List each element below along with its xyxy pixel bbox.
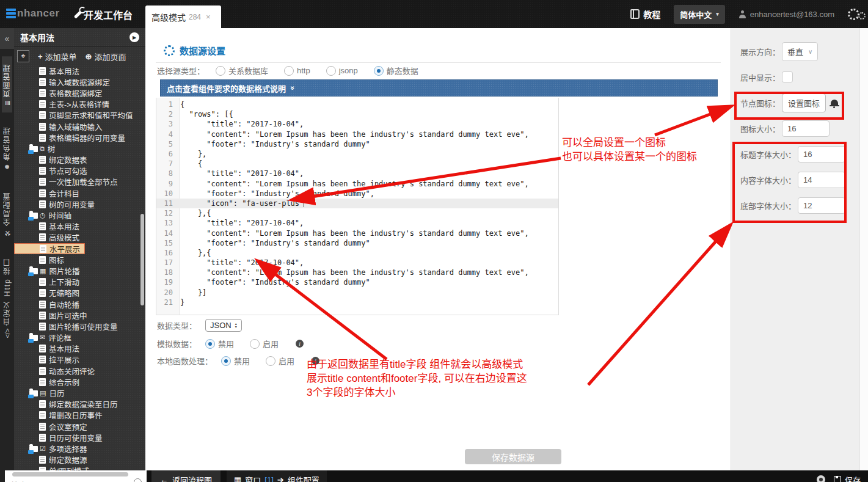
sidebar-item[interactable]: ☑多项选择器: [14, 443, 145, 454]
sidebar-item[interactable]: 日历可使用变量: [14, 432, 145, 443]
sidebar-item[interactable]: 综合示例: [14, 376, 145, 387]
sidebar-item[interactable]: 表格编辑器的可用变量: [14, 132, 145, 143]
locate-page-button[interactable]: ⌖: [17, 50, 29, 62]
sidebar-item[interactable]: 会计科目: [14, 188, 145, 199]
sidebar-item[interactable]: ▤日历: [14, 387, 145, 398]
save-datasource-button[interactable]: 保存数据源: [465, 449, 561, 464]
code-line[interactable]: 7 {: [156, 159, 558, 169]
sidebar-item[interactable]: ⧉树: [14, 143, 145, 154]
sidebar-item[interactable]: 水平展示: [14, 243, 85, 254]
content-font-size-input[interactable]: 14: [798, 172, 845, 188]
sidebar-item[interactable]: ▦图片轮播: [14, 265, 145, 276]
code-line[interactable]: 8 "title": "2017-10-04",: [156, 169, 558, 178]
radio-option[interactable]: jsonp: [326, 66, 358, 76]
code-line[interactable]: 2 "rows": [{: [156, 109, 558, 119]
sidebar-item[interactable]: 拉平展示: [14, 354, 145, 365]
code-line[interactable]: 5 "footer": "Industry's standard dummy": [156, 139, 558, 149]
code-editor[interactable]: 1{2 "rows": [{3 "title": "2017-10-04",4 …: [156, 98, 559, 315]
sidebar-item[interactable]: 输入域数据源绑定: [14, 76, 145, 87]
footer-font-size-input[interactable]: 12: [798, 197, 845, 214]
app-logo[interactable]: nhancer: [6, 7, 60, 20]
sidebar-item[interactable]: 高级模式: [14, 232, 145, 243]
sidebar-item[interactable]: 表格数据源绑定: [14, 87, 145, 98]
radio-option[interactable]: 禁用: [221, 355, 250, 367]
code-line[interactable]: 14 "content": "Lorem Ipsum has been the …: [156, 228, 558, 238]
data-type-select[interactable]: JSON ▴▾: [205, 319, 242, 332]
sidebar-item[interactable]: 一次性加载全部节点: [14, 177, 145, 188]
sidebar-item[interactable]: 绑定数据表: [14, 155, 145, 166]
data-format-banner[interactable]: 点击查看组件要求的数据格式说明 »: [160, 79, 718, 97]
sidebar-item[interactable]: 节点可勾选: [14, 166, 145, 177]
sidebar-item[interactable]: 页脚显示求和值和平均值: [14, 110, 145, 121]
sidebar-item[interactable]: 树的可用变量: [14, 199, 145, 210]
rail-tab-page-management[interactable]: ≣页面管理: [2, 56, 12, 112]
display-direction-select[interactable]: 垂直∨: [782, 42, 818, 61]
code-line[interactable]: 18 "content": "Lorem Ipsum has been the …: [156, 268, 558, 277]
settings-button[interactable]: [848, 9, 866, 20]
add-menu-button[interactable]: + 添加菜单: [38, 51, 77, 62]
sidebar-item[interactable]: 动态关闭评论: [14, 365, 145, 376]
code-line[interactable]: 3 "title": "2017-10-04",: [156, 119, 558, 129]
page-scrollbar-track[interactable]: [859, 28, 868, 470]
code-line[interactable]: 11 "icon": "fa-user-plus": [156, 199, 558, 208]
title-font-size-input[interactable]: 16: [798, 146, 845, 162]
sidebar-item[interactable]: ✉评论框: [14, 332, 145, 343]
info-icon[interactable]: i: [312, 357, 319, 365]
sidebar-item[interactable]: 图片可选中: [14, 310, 145, 321]
code-line[interactable]: 15 "footer": "Industry's standard dummy": [156, 238, 558, 248]
sidebar-item[interactable]: 绑定数据源: [14, 455, 145, 466]
code-line[interactable]: 12 },{: [156, 208, 558, 218]
account-menu[interactable]: enhancertest@163.com: [739, 10, 834, 19]
back-to-flowchart-button[interactable]: ← 返回流程图: [151, 470, 221, 482]
radio-option[interactable]: 启用: [250, 338, 279, 349]
icon-size-input[interactable]: 16: [782, 120, 830, 137]
sidebar-item[interactable]: 基本用法: [14, 221, 145, 232]
node-icon-button[interactable]: 设置图标: [782, 93, 826, 112]
radio-option[interactable]: 启用: [266, 355, 294, 367]
search-input[interactable]: 搜索页面: [11, 479, 43, 482]
radio-option[interactable]: http: [284, 66, 310, 76]
sidebar-item[interactable]: 上下滑动: [14, 277, 145, 288]
radio-option[interactable]: 静态数据: [374, 65, 418, 76]
sidebar-item[interactable]: 绑定数据渲染至日历: [14, 399, 145, 410]
window-component-config-tab[interactable]: ▦ 窗口 [1] ➔ 组件配置: [227, 470, 327, 482]
sidebar-vertical-scrollbar[interactable]: [140, 214, 144, 305]
sidebar-item[interactable]: 增删改日历事件: [14, 410, 145, 421]
code-line[interactable]: 1{: [156, 100, 558, 109]
code-line[interactable]: 17 "title": "2017-10-04",: [156, 258, 558, 268]
sidebar-item[interactable]: ◷时间轴: [14, 210, 145, 221]
sidebar-horizontal-scrollbar[interactable]: [12, 472, 128, 477]
sidebar-item[interactable]: 基本用法: [14, 343, 145, 354]
radio-option[interactable]: 关系数据库: [216, 65, 268, 76]
tab-advanced-mode[interactable]: 高级模式 284 ×: [145, 5, 221, 28]
sidebar-item[interactable]: 基本用法: [14, 65, 145, 76]
sidebar-item[interactable]: 单/双列模式: [14, 466, 145, 470]
code-line[interactable]: 16 },{: [156, 248, 558, 258]
sidebar-item[interactable]: 图片轮播可使用变量: [14, 321, 145, 332]
collapse-sidebar-button[interactable]: «: [0, 28, 14, 49]
center-display-checkbox[interactable]: [782, 71, 793, 82]
code-line[interactable]: 4 "content": "Lorem Ipsum has been the i…: [156, 130, 558, 139]
language-dropdown[interactable]: 简体中文 ▾: [674, 5, 725, 24]
code-line[interactable]: 6 },: [156, 149, 558, 159]
code-line[interactable]: 9 "content": "Lorem Ipsum has been the i…: [156, 179, 558, 189]
rail-tab-global-config[interactable]: ⚒全局配置: [2, 185, 12, 244]
sidebar-item[interactable]: 无缩略图: [14, 288, 145, 299]
sidebar-item[interactable]: 主表->从表格详情: [14, 99, 145, 110]
sidebar-item[interactable]: 图标: [14, 254, 145, 265]
radio-option[interactable]: 禁用: [205, 338, 234, 349]
sidebar-item[interactable]: 自动轮播: [14, 299, 145, 310]
info-icon[interactable]: i: [296, 340, 304, 348]
code-line[interactable]: 10 "footer": "Industry's standard dummy"…: [156, 189, 558, 199]
rail-tab-custom-http-api[interactable]: </>自定义 Http 接口: [2, 251, 12, 345]
add-page-button[interactable]: ⊕ 添加页面: [86, 51, 126, 62]
code-line[interactable]: 19 "footer": "Industry's standard dummy": [156, 277, 558, 287]
sidebar-item[interactable]: 输入域辅助输入: [14, 121, 145, 132]
tutorial-link[interactable]: 教程: [630, 8, 660, 20]
rail-tab-role-management[interactable]: ☻角色管理: [2, 120, 12, 178]
play-circle-icon[interactable]: ▶: [129, 32, 139, 42]
save-button[interactable]: 保存: [834, 474, 861, 482]
code-line[interactable]: 13 "title": "2017-10-04",: [156, 218, 558, 228]
status-icon[interactable]: [817, 475, 825, 482]
tab-close-icon[interactable]: ×: [206, 12, 211, 21]
